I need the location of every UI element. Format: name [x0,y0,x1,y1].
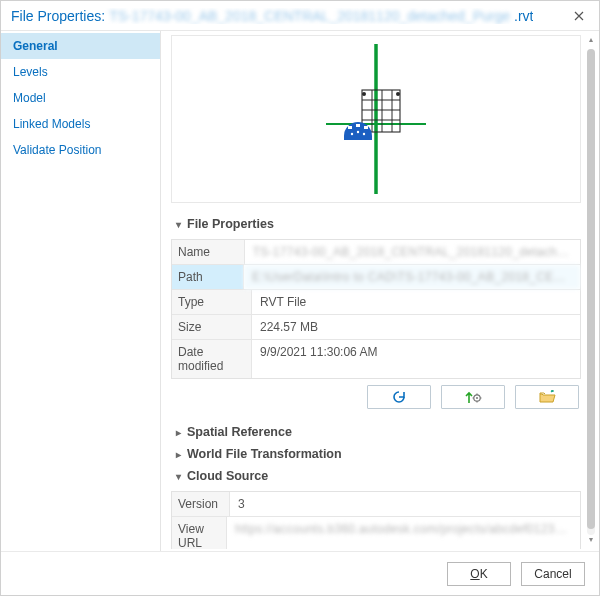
title-extension: .rvt [514,8,533,24]
prop-label-viewurl: View URL [172,517,227,549]
close-icon [574,11,584,21]
sidebar-item-label: General [13,39,58,53]
chevron-down-icon: ▾ [173,219,183,230]
file-properties-table: Name TS-17743-00_AB_2018_CENTRAL_2018112… [171,239,581,379]
scroll-up-arrow-icon[interactable]: ▴ [585,35,597,49]
chevron-right-icon: ▸ [173,427,183,438]
refresh-icon [390,389,408,405]
ok-button[interactable]: OK [447,562,511,586]
file-properties-button-row [171,385,579,409]
section-header-spatial-reference[interactable]: ▸ Spatial Reference [171,421,581,443]
section-header-file-properties[interactable]: ▾ File Properties [171,213,581,235]
folder-open-icon [538,390,556,404]
file-properties-dialog: File Properties: TS-17743-00_AB_2018_CEN… [0,0,600,596]
sidebar-item-linked-models[interactable]: Linked Models [1,111,160,137]
table-row: Size 224.57 MB [172,314,580,339]
svg-point-9 [362,92,366,96]
prop-label-path: Path [172,265,244,289]
svg-point-15 [357,131,359,133]
section-title: World File Transformation [187,447,342,461]
svg-point-14 [351,133,353,135]
table-row: Version 3 [172,492,580,516]
prop-value-type[interactable]: RVT File [252,290,580,314]
svg-point-18 [476,397,478,399]
section-header-cloud-source[interactable]: ▾ Cloud Source [171,465,581,487]
prop-label-name: Name [172,240,245,264]
sidebar-item-label: Linked Models [13,117,90,131]
cancel-button[interactable]: Cancel [521,562,585,586]
svg-point-16 [363,133,365,135]
sidebar: General Levels Model Linked Models Valid… [1,31,161,551]
gear-up-icon [463,389,483,405]
prop-value-path[interactable]: E:\UserData\Intro to CAD\TS-17743-00_AB_… [244,265,580,289]
sidebar-item-label: Levels [13,65,48,79]
vertical-scrollbar[interactable]: ▴ ▾ [585,35,597,549]
table-row: Date modified 9/9/2021 11:30:06 AM [172,339,580,378]
scroll-thumb[interactable] [587,49,595,529]
section-title: File Properties [187,217,274,231]
preview-icon [306,44,446,194]
prop-value-date[interactable]: 9/9/2021 11:30:06 AM [252,340,580,378]
sidebar-item-model[interactable]: Model [1,85,160,111]
prop-label-version: Version [172,492,230,516]
close-button[interactable] [567,4,591,28]
chevron-right-icon: ▸ [173,449,183,460]
table-row: Path E:\UserData\Intro to CAD\TS-17743-0… [172,264,580,289]
sidebar-item-label: Validate Position [13,143,102,157]
scroll-down-arrow-icon[interactable]: ▾ [585,535,597,549]
dialog-footer: OK Cancel [1,551,599,595]
cloud-source-table: Version 3 View URL https://accounts.b360… [171,491,581,549]
svg-rect-13 [364,126,368,129]
sidebar-item-validate-position[interactable]: Validate Position [1,137,160,163]
prop-label-type: Type [172,290,252,314]
georeference-button[interactable] [441,385,505,409]
cancel-label: Cancel [534,567,571,581]
svg-rect-12 [356,124,360,127]
prop-label-size: Size [172,315,252,339]
prop-value-version[interactable]: 3 [230,492,580,516]
sidebar-item-general[interactable]: General [1,33,160,59]
section-header-world-file[interactable]: ▸ World File Transformation [171,443,581,465]
title-label: File Properties: [11,8,105,24]
prop-value-size[interactable]: 224.57 MB [252,315,580,339]
refresh-button[interactable] [367,385,431,409]
prop-value-name[interactable]: TS-17743-00_AB_2018_CENTRAL_20181120_det… [245,240,580,264]
section-title: Cloud Source [187,469,268,483]
chevron-down-icon: ▾ [173,471,183,482]
content-area: ▾ File Properties Name TS-17743-00_AB_20… [161,31,599,551]
sidebar-item-label: Model [13,91,46,105]
prop-value-viewurl[interactable]: https://accounts.b360.autodesk.com/proje… [227,517,580,549]
titlebar: File Properties: TS-17743-00_AB_2018_CEN… [1,1,599,31]
title-filename: TS-17743-00_AB_2018_CENTRAL_20181120_det… [109,8,510,24]
sidebar-item-levels[interactable]: Levels [1,59,160,85]
table-row: View URL https://accounts.b360.autodesk.… [172,516,580,549]
open-folder-button[interactable] [515,385,579,409]
svg-rect-2 [362,90,400,132]
dialog-body: General Levels Model Linked Models Valid… [1,31,599,551]
model-preview [171,35,581,203]
svg-point-10 [396,92,400,96]
section-title: Spatial Reference [187,425,292,439]
table-row: Name TS-17743-00_AB_2018_CENTRAL_2018112… [172,240,580,264]
svg-rect-11 [348,126,352,129]
table-row: Type RVT File [172,289,580,314]
prop-label-date: Date modified [172,340,252,378]
